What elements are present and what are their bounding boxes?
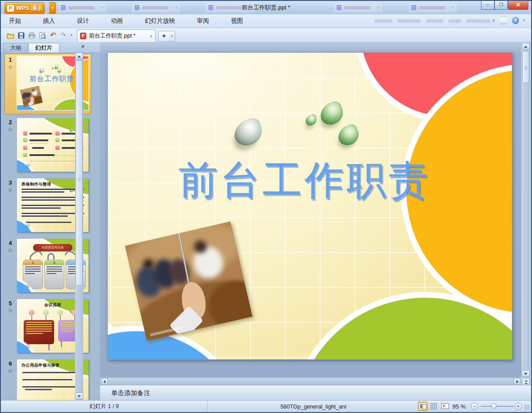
window-controls: ─ ❐ ✕ <box>481 1 528 10</box>
slide-number: 1☆ <box>5 56 15 70</box>
resize-grip <box>524 405 530 410</box>
vertical-scrollbar-thumb[interactable] <box>522 51 529 83</box>
panel-close-icon[interactable]: ✕ <box>81 44 85 50</box>
slide-number: 6☆ <box>5 360 15 374</box>
scroll-down-arrow[interactable] <box>522 370 530 377</box>
background-ghost-text <box>374 19 392 23</box>
animation-star-icon: ☆ <box>5 187 15 193</box>
window-title: 前台工作职责.ppt * <box>1 4 531 12</box>
menu-view[interactable]: 视图 <box>231 17 243 25</box>
menu-insert[interactable]: 插入 <box>43 17 55 25</box>
tab-slides[interactable]: 幻灯片 <box>28 43 59 52</box>
scroll-right-arrow[interactable] <box>514 378 520 384</box>
slide-sorter-view-button[interactable] <box>429 402 439 411</box>
animation-star-icon: ☆ <box>5 64 15 70</box>
document-tab-close-icon[interactable]: × <box>150 34 152 39</box>
save-icon <box>18 32 25 39</box>
wps-presentation-window: P WPS 演示 ▾ × × × × × 前台工作职责.ppt * ─ ❐ ✕ … <box>0 0 532 413</box>
menu-home[interactable]: 开始 <box>9 17 21 25</box>
slideshow-button[interactable] <box>440 402 450 411</box>
status-slide-indicator: 幻灯片 1 / 9 <box>1 400 208 413</box>
chevron-down-icon[interactable]: ∨ <box>492 17 495 23</box>
toolbar-more-dropdown-icon[interactable]: ▾ <box>69 30 74 40</box>
zoom-in-button[interactable]: + <box>515 403 522 410</box>
slide-title-textbox[interactable]: 前台工作职责 <box>157 154 452 207</box>
sidebar-scrollbar-thumb[interactable] <box>76 60 83 286</box>
ppt-file-icon: P <box>80 33 86 39</box>
statusbar: 幻灯片 1 / 9 580TGp_general_light_ani 95 % … <box>1 400 531 413</box>
notes-placeholder: 单击添加备注 <box>111 389 150 396</box>
background-ghost-text <box>426 19 443 23</box>
diagram-box-2: 2 <box>44 260 64 289</box>
slide-canvas[interactable]: 前台工作职责 <box>107 52 512 360</box>
menubar: 开始 插入 设计 动画 幻灯片放映 审阅 视图 ∨ ? ▾ <box>1 14 531 28</box>
undo-icon: ↶ <box>50 31 56 39</box>
minimize-button[interactable]: ─ <box>481 1 494 10</box>
help-dropdown-icon[interactable]: ▾ <box>523 18 525 22</box>
animation-star-icon: ☆ <box>5 247 15 253</box>
slide-number: 3☆ <box>5 179 15 193</box>
document-tab-label: 前台工作职责.ppt * <box>89 32 148 40</box>
printer-icon <box>28 32 35 39</box>
thumbnail-list: 1☆ 前台工作职责 <box>1 53 91 400</box>
background-ghost-text <box>466 19 490 23</box>
sidebar-scroll-down-arrow[interactable] <box>75 392 83 399</box>
red-board <box>24 320 54 344</box>
zoom-slider-track[interactable] <box>481 406 514 407</box>
zoom-slider-thumb[interactable] <box>491 403 497 409</box>
open-folder-icon <box>7 32 14 39</box>
new-tab-button[interactable]: + <box>158 31 170 42</box>
scroll-up-arrow[interactable] <box>522 43 530 50</box>
zoom-level: 95 % <box>452 403 466 410</box>
notes-pane[interactable]: 单击添加备注 <box>100 385 531 400</box>
panel-tabs: 大纲 幻灯片 ✕ <box>1 42 100 53</box>
menu-design[interactable]: 设计 <box>77 17 89 25</box>
slide-number: 5☆ <box>5 300 15 314</box>
zoom-out-button[interactable]: − <box>471 403 478 410</box>
close-button[interactable]: ✕ <box>508 1 528 10</box>
maximize-button[interactable]: ❐ <box>494 1 508 10</box>
menu-review[interactable]: 审阅 <box>197 17 209 25</box>
tab-outline[interactable]: 大纲 <box>3 43 28 52</box>
menu-animation[interactable]: 动画 <box>111 17 123 25</box>
document-tab[interactable]: P 前台工作职责.ppt * × <box>77 30 156 42</box>
redo-icon: ↷ <box>60 31 66 39</box>
skin-theme-icon[interactable] <box>499 17 508 24</box>
previous-slide-button[interactable] <box>522 378 530 385</box>
normal-view-button[interactable] <box>418 402 428 411</box>
undo-button[interactable]: ↶ <box>48 30 58 40</box>
print-preview-icon <box>39 32 46 39</box>
open-button[interactable] <box>5 30 15 40</box>
background-ghost-text <box>448 19 461 23</box>
vertical-scrollbar[interactable] <box>521 42 530 393</box>
slide-panel: 大纲 幻灯片 ✕ 1☆ 前台工作职责 <box>1 42 101 400</box>
slide-number: 4☆ <box>5 240 15 253</box>
scroll-left-arrow[interactable] <box>101 378 108 384</box>
titlebar: P WPS 演示 ▾ × × × × × 前台工作职责.ppt * ─ ❐ ✕ <box>1 1 531 14</box>
slide-number: 2☆ <box>5 119 15 133</box>
status-template-name: 580TGp_general_light_ani <box>208 400 419 413</box>
thumbnail-title: 办公用品申领与保管 <box>21 362 60 368</box>
animation-star-icon: ☆ <box>5 126 15 133</box>
redo-button[interactable]: ↷ <box>58 30 68 40</box>
save-button[interactable] <box>16 30 26 40</box>
background-ghost-text <box>397 19 421 23</box>
menu-slideshow[interactable]: 幻灯片放映 <box>145 17 175 25</box>
sidebar-scroll-up-arrow[interactable] <box>75 53 83 59</box>
thumbnail-title: 表格制作与整理 <box>21 181 51 187</box>
horizontal-scrollbar[interactable] <box>100 378 521 385</box>
editing-canvas[interactable]: 前台工作职责 <box>100 42 521 378</box>
animation-star-icon: ☆ <box>5 368 15 374</box>
print-button[interactable] <box>27 30 37 40</box>
new-tab-dropdown-icon[interactable]: ▾ <box>169 31 175 42</box>
help-icon[interactable]: ? <box>512 17 519 24</box>
quick-access-toolbar: ↶ ↷ ▾ P 前台工作职责.ppt * × + ▾ <box>1 28 531 42</box>
animation-star-icon: ☆ <box>5 308 15 314</box>
print-preview-button[interactable] <box>38 30 47 40</box>
diagram-banner: 制度草拟与完善 <box>33 244 72 251</box>
